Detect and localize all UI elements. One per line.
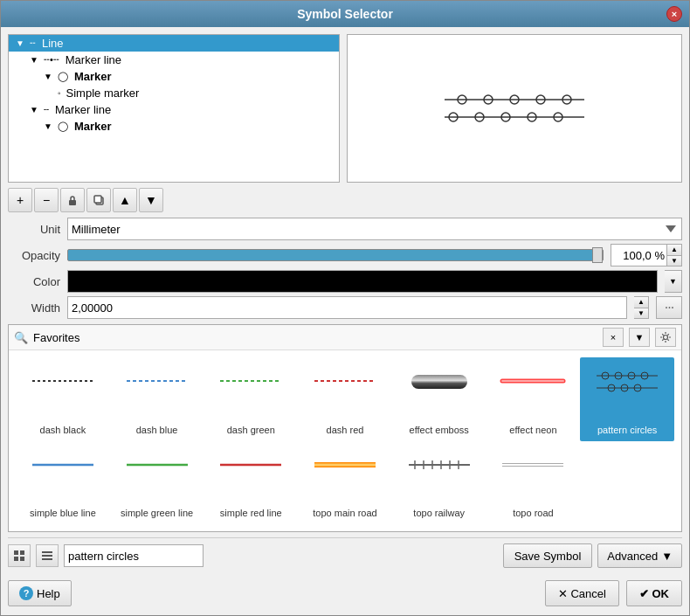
opacity-row: Opacity 100,0 % ▲ ▼ — [8, 244, 682, 266]
symbol-selector-window: Symbol Selector × ▼ ╌ Line ▼ ╌•╌ Marke — [0, 0, 690, 616]
tree-icon-line: ╌ — [30, 38, 36, 49]
tree-icon-m2: ◯ — [58, 121, 68, 132]
symbol-item-dash-blue[interactable]: dash blue — [110, 357, 204, 441]
svg-rect-50 — [42, 551, 52, 553]
advanced-button[interactable]: Advanced ▼ — [597, 543, 682, 568]
tree-icon-ml1: ╌•╌ — [44, 54, 59, 66]
symbol-item-dash-red[interactable]: dash red — [298, 357, 392, 441]
tree-item-marker-1[interactable]: ▼ ◯ Marker — [9, 68, 339, 85]
symbol-label-effect-neon: effect neon — [509, 425, 556, 435]
symbol-preview-dash-blue — [114, 363, 200, 398]
symbol-tree: ▼ ╌ Line ▼ ╌•╌ Marker line ▼ ◯ Marker — [8, 34, 340, 183]
symbol-label-simple-green-line: simple green line — [121, 508, 193, 518]
tree-item-marker-line-2[interactable]: ▼ ╌ Marker line — [9, 101, 339, 118]
advanced-arrow-icon: ▼ — [661, 550, 673, 563]
list-view-icon — [41, 550, 53, 562]
symbol-label-pattern-circles: pattern circles — [597, 425, 657, 435]
list-view-button[interactable] — [36, 544, 59, 567]
opacity-label: Opacity — [8, 249, 60, 262]
symbol-item-effect-neon[interactable]: effect neon — [486, 357, 581, 441]
symbol-label-dash-black: dash black — [40, 425, 86, 435]
tree-arrow-line: ▼ — [16, 38, 24, 48]
color-row: Color ▼ — [8, 270, 682, 293]
save-symbol-button[interactable]: Save Symbol — [503, 543, 593, 568]
symbol-preview-simple-blue-line — [20, 447, 106, 482]
tree-label-line: Line — [42, 37, 64, 50]
width-spinner: ▲ ▼ — [634, 296, 649, 319]
color-dropdown-button[interactable]: ▼ — [665, 270, 682, 293]
bottom-bar: pattern circles Save Symbol Advanced ▼ — [8, 537, 682, 571]
symbol-item-topo-main-road[interactable]: topo main road — [298, 441, 392, 525]
ok-button[interactable]: ✔ OK — [626, 580, 682, 606]
symbol-toolbar: + − ▲ ▼ — [8, 188, 682, 212]
bottom-right: Save Symbol Advanced ▼ — [503, 543, 682, 568]
symbol-item-effect-emboss[interactable]: effect emboss — [392, 357, 486, 441]
more-options-button[interactable]: ··· — [656, 296, 682, 319]
bottom-left: pattern circles — [8, 544, 204, 567]
close-button[interactable]: × — [666, 6, 682, 22]
down-arrow-icon: ▼ — [145, 193, 157, 207]
unit-select[interactable]: Millimeter Pixel Point — [67, 218, 682, 240]
symbol-item-dash-black[interactable]: dash black — [16, 357, 110, 441]
symbol-item-simple-red-line[interactable]: simple red line — [204, 441, 298, 525]
tree-item-line[interactable]: ▼ ╌ Line — [9, 35, 339, 52]
ok-icon: ✔ — [639, 587, 649, 600]
add-layer-button[interactable]: + — [8, 188, 32, 212]
symbol-item-dash-green[interactable]: dash green — [204, 357, 298, 441]
tree-item-marker-line-1[interactable]: ▼ ╌•╌ Marker line — [9, 52, 339, 68]
symbol-preview-pattern-circles — [584, 363, 670, 398]
symbol-label-effect-emboss: effect emboss — [410, 425, 469, 435]
tree-arrow-ml1: ▼ — [30, 55, 38, 65]
svg-rect-14 — [94, 196, 101, 203]
svg-rect-46 — [14, 550, 18, 555]
move-up-button[interactable]: ▲ — [113, 188, 137, 212]
ok-label: OK — [652, 587, 670, 600]
symbol-name-input[interactable]: pattern circles — [64, 544, 204, 567]
help-circle-icon: ? — [19, 586, 33, 600]
width-input[interactable]: 2,00000 — [67, 296, 627, 319]
simple-green-svg — [122, 456, 192, 474]
symbol-label-simple-red-line: simple red line — [220, 508, 282, 518]
symbol-preview-topo-road — [491, 447, 576, 482]
tree-item-simple-marker[interactable]: ◦ Simple marker — [9, 85, 339, 101]
simple-blue-svg — [28, 456, 98, 474]
color-swatch[interactable] — [67, 270, 658, 293]
tree-label-sm: Simple marker — [66, 87, 140, 100]
tree-label-m1: Marker — [74, 70, 112, 83]
symbol-preview-effect-emboss — [397, 363, 482, 398]
cancel-button[interactable]: ✕ Cancel — [545, 580, 619, 606]
symbol-item-topo-road[interactable]: topo road — [486, 441, 581, 525]
opacity-input[interactable]: 100,0 % — [611, 244, 667, 266]
favorites-dropdown-button[interactable]: ▼ — [629, 328, 650, 347]
effect-neon-svg — [498, 372, 568, 390]
lock-button[interactable] — [60, 188, 85, 212]
opacity-slider[interactable] — [67, 249, 604, 261]
favorites-settings-button[interactable] — [655, 328, 676, 347]
symbol-label-topo-railway: topo railway — [413, 508, 465, 518]
settings-icon — [659, 331, 672, 343]
symbol-label-topo-main-road: topo main road — [313, 508, 376, 518]
help-label: Help — [37, 587, 60, 600]
opacity-up-button[interactable]: ▲ — [667, 245, 681, 256]
grid-view-icon — [13, 550, 25, 562]
symbol-item-simple-green-line[interactable]: simple green line — [110, 441, 204, 525]
grid-view-button[interactable] — [8, 544, 31, 567]
duplicate-button[interactable] — [86, 188, 111, 212]
tree-item-marker-2[interactable]: ▼ ◯ Marker — [9, 118, 339, 135]
symbol-item-topo-railway[interactable]: topo railway — [392, 441, 486, 525]
symbol-item-simple-blue-line[interactable]: simple blue line — [16, 441, 110, 525]
symbol-label-dash-green: dash green — [227, 425, 275, 435]
width-up-button[interactable]: ▲ — [634, 297, 648, 308]
move-down-button[interactable]: ▼ — [139, 188, 163, 212]
width-row: Width 2,00000 ▲ ▼ ··· — [8, 296, 682, 319]
opacity-down-button[interactable]: ▼ — [667, 256, 681, 266]
clear-search-button[interactable]: × — [603, 328, 624, 347]
symbol-item-pattern-circles[interactable]: pattern circles — [580, 357, 674, 441]
remove-layer-button[interactable]: − — [34, 188, 59, 212]
dash-red-svg — [310, 372, 380, 390]
favorites-search-input[interactable] — [33, 331, 597, 344]
symbols-grid: dash black dash blue — [9, 350, 681, 531]
width-down-button[interactable]: ▼ — [634, 308, 648, 319]
help-button[interactable]: ? Help — [8, 580, 72, 606]
lock-icon — [66, 194, 79, 206]
